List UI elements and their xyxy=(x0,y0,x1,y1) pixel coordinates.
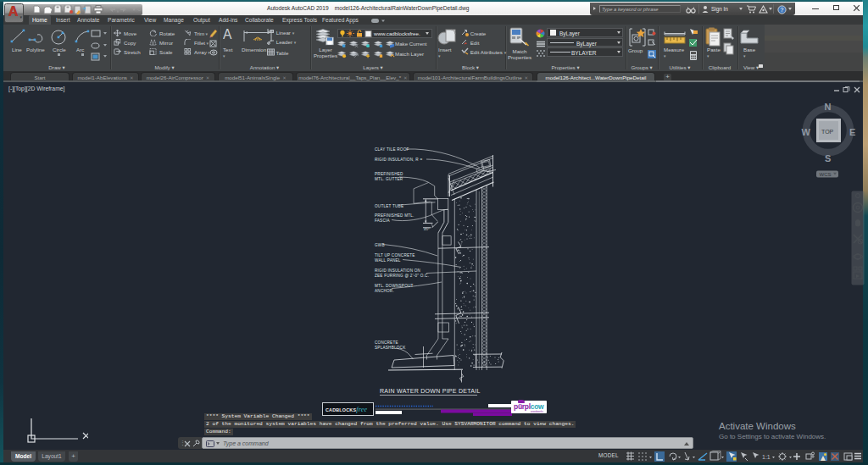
svg-text:RIGID INSULATION, R =: RIGID INSULATION, R = xyxy=(375,158,422,162)
svg-text:1:1: 1:1 xyxy=(762,454,771,460)
svg-text:RIGID INSULATION ON: RIGID INSULATION ON xyxy=(375,268,420,273)
svg-text:MTL. GUTTER: MTL. GUTTER xyxy=(375,177,403,181)
svg-text:WALL PANEL: WALL PANEL xyxy=(375,258,401,263)
svg-text:CONCRETE: CONCRETE xyxy=(375,340,398,345)
svg-text:TILT UP CONCRETE: TILT UP CONCRETE xyxy=(375,253,415,257)
svg-text:FASCIA: FASCIA xyxy=(375,219,391,223)
svg-text:MTL. DOWNSPOUT: MTL. DOWNSPOUT xyxy=(375,284,414,288)
svg-text:CLAY TILE ROOF: CLAY TILE ROOF xyxy=(375,147,409,152)
svg-text:ANCHOR.: ANCHOR. xyxy=(375,289,394,293)
svg-text:OUTLET TUBE: OUTLET TUBE xyxy=(375,204,403,208)
svg-text:PREFINISHED: PREFINISHED xyxy=(375,172,403,176)
svg-text:GWB: GWB xyxy=(375,243,385,247)
svg-text:RAIN WATER DOWN PIPE DETAIL: RAIN WATER DOWN PIPE DETAIL xyxy=(380,388,481,394)
svg-text:SPLASHBLOCK: SPLASHBLOCK xyxy=(375,346,406,350)
svg-text:ZEE FURRING @ 2'-0" O.C.: ZEE FURRING @ 2'-0" O.C. xyxy=(375,274,429,278)
svg-text:PREFINISHED MTL.: PREFINISHED MTL. xyxy=(375,213,415,218)
